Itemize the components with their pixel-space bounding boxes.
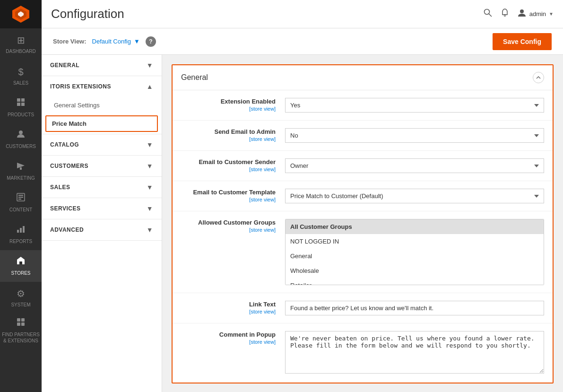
nav-section-services: SERVICES ▼ — [42, 198, 162, 219]
sidebar-item-find-extensions[interactable]: FIND PARTNERS & EXTENSIONS — [0, 314, 42, 348]
logo — [0, 0, 42, 28]
store-view-value: Default Config — [92, 38, 131, 45]
user-menu[interactable]: admin ▼ — [517, 8, 554, 20]
save-config-button[interactable]: Save Config — [493, 33, 552, 50]
store-view-selector[interactable]: Default Config ▼ — [92, 38, 140, 45]
svg-point-7 — [19, 131, 23, 134]
svg-rect-19 — [17, 318, 20, 322]
svg-rect-3 — [17, 98, 20, 102]
sidebar-item-system[interactable]: ⚙ SYSTEM — [0, 282, 42, 314]
sidebar-item-content[interactable]: CONTENT — [0, 187, 42, 218]
nav-section-customers-header[interactable]: CUSTOMERS ▼ — [42, 156, 162, 176]
main-content: Configuration — [42, 0, 563, 392]
nav-section-advanced: ADVANCED ▼ — [42, 219, 162, 241]
link-text-input[interactable] — [285, 301, 544, 315]
customers-chevron-icon: ▼ — [147, 162, 153, 170]
email-customer-sender-select[interactable]: Owner General Contact Sales Representati… — [285, 158, 544, 173]
send-email-admin-select[interactable]: Yes No — [285, 128, 544, 143]
nav-section-advanced-header[interactable]: ADVANCED ▼ — [42, 219, 162, 240]
nav-section-sales-header[interactable]: SALES ▼ — [42, 177, 162, 198]
svg-line-24 — [489, 14, 492, 17]
allowed-customer-groups-label: Allowed Customer Groups — [181, 219, 276, 226]
content-icon — [16, 192, 26, 205]
nav-section-general: GENERAL ▼ — [42, 55, 162, 76]
dashboard-icon: ⊞ — [17, 34, 25, 46]
notifications-icon[interactable] — [500, 8, 510, 20]
system-icon: ⚙ — [17, 287, 25, 300]
content-area: GENERAL ▼ ITORIS EXTENSIONS ▲ General Se… — [42, 55, 563, 392]
nav-section-sales: SALES ▼ — [42, 177, 162, 198]
sidebar-item-marketing[interactable]: MARKETING — [0, 155, 42, 187]
nav-item-general-settings[interactable]: General Settings — [42, 97, 162, 113]
itoris-chevron-icon: ▲ — [147, 83, 153, 90]
allowed-customer-groups-sublabel: [store view] — [181, 227, 276, 233]
svg-rect-6 — [21, 103, 25, 106]
page-title: Configuration — [51, 7, 124, 21]
nav-section-itoris-header[interactable]: ITORIS EXTENSIONS ▲ — [42, 76, 162, 97]
nav-section-catalog: CATALOG ▼ — [42, 134, 162, 156]
field-link-text: Link Text [store view] — [173, 293, 553, 323]
field-send-email-admin: Send Email to Admin [store view] Yes No — [173, 121, 553, 151]
svg-rect-18 — [19, 261, 22, 264]
sidebar-item-sales[interactable]: $ SALES — [0, 60, 42, 92]
svg-point-26 — [520, 9, 524, 13]
email-customer-sender-label: Email to Customer Sender — [181, 158, 276, 166]
allowed-customer-groups-multiselect[interactable]: All Customer Groups NOT LOGGED IN Genera… — [285, 219, 544, 285]
marketing-icon — [16, 161, 26, 173]
email-customer-sender-sublabel: [store view] — [181, 166, 276, 172]
user-name: admin — [529, 10, 546, 17]
sidebar-item-stores[interactable]: STORES — [0, 250, 42, 282]
nav-section-customers: CUSTOMERS ▼ — [42, 156, 162, 177]
link-text-sublabel: [store view] — [181, 309, 276, 314]
nav-section-catalog-header[interactable]: CATALOG ▼ — [42, 134, 162, 155]
config-section-title: General — [181, 73, 208, 82]
svg-rect-20 — [21, 318, 25, 322]
topbar: Configuration — [42, 0, 563, 28]
svg-rect-16 — [23, 226, 25, 233]
comment-popup-textarea[interactable]: We're never beaten on price. Tell us whe… — [285, 331, 544, 374]
nav-section-services-header[interactable]: SERVICES ▼ — [42, 198, 162, 219]
sidebar-item-products[interactable]: PRODUCTS — [0, 92, 42, 123]
svg-rect-15 — [20, 228, 22, 233]
svg-rect-13 — [18, 199, 21, 200]
send-email-admin-sublabel: [store view] — [181, 136, 276, 142]
advanced-chevron-icon: ▼ — [147, 226, 153, 234]
sidebar: ⊞ DASHBOARD $ SALES PRODUCTS — [0, 0, 42, 392]
help-icon[interactable]: ? — [146, 36, 156, 47]
email-customer-template-label: Email to Customer Template — [181, 189, 276, 196]
field-email-customer-sender: Email to Customer Sender [store view] Ow… — [173, 151, 553, 181]
search-icon[interactable] — [483, 8, 493, 20]
services-chevron-icon: ▼ — [147, 205, 153, 212]
config-section-header: General — [173, 65, 553, 90]
reports-icon — [16, 224, 26, 236]
sales-icon: $ — [18, 66, 23, 78]
user-avatar-icon — [517, 8, 527, 20]
nav-section-itoris: ITORIS EXTENSIONS ▲ General Settings Pri… — [42, 76, 162, 134]
extension-enabled-select[interactable]: Yes No — [285, 98, 544, 113]
sidebar-item-customers[interactable]: CUSTOMERS — [0, 123, 42, 155]
nav-section-general-header[interactable]: GENERAL ▼ — [42, 55, 162, 76]
svg-rect-11 — [18, 195, 23, 196]
general-chevron-icon: ▼ — [147, 61, 153, 69]
comment-popup-label: Comment in Popup — [181, 331, 276, 338]
left-nav: GENERAL ▼ ITORIS EXTENSIONS ▲ General Se… — [42, 55, 162, 392]
catalog-chevron-icon: ▼ — [147, 141, 153, 148]
svg-rect-21 — [17, 322, 20, 326]
svg-point-23 — [484, 9, 489, 15]
store-view-label: Store View: — [53, 38, 87, 45]
sidebar-item-dashboard[interactable]: ⊞ DASHBOARD — [0, 28, 42, 60]
svg-rect-12 — [18, 197, 23, 198]
svg-rect-4 — [21, 98, 25, 102]
field-allowed-customer-groups: Allowed Customer Groups [store view] All… — [173, 211, 553, 293]
email-customer-template-select[interactable]: Price Match to Customer (Default) — [285, 189, 544, 203]
sidebar-item-reports[interactable]: REPORTS — [0, 218, 42, 250]
section-toggle-button[interactable] — [533, 72, 544, 83]
field-comment-popup: Comment in Popup [store view] We're neve… — [173, 323, 553, 383]
svg-rect-14 — [17, 230, 19, 233]
customers-icon — [16, 129, 26, 141]
sales-chevron-icon: ▼ — [147, 183, 153, 191]
email-customer-template-sublabel: [store view] — [181, 197, 276, 202]
nav-item-price-match[interactable]: Price Match — [45, 115, 158, 132]
stores-icon — [16, 256, 26, 268]
comment-popup-sublabel: [store view] — [181, 339, 276, 345]
